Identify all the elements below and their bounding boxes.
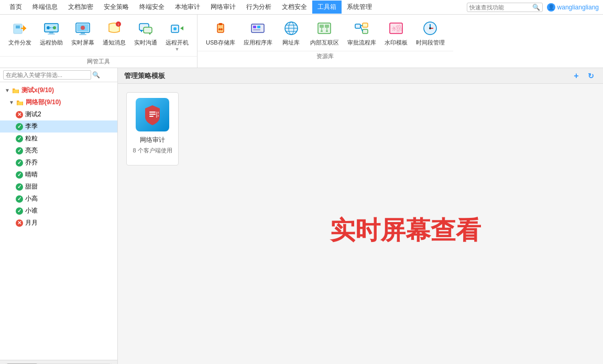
tree-node-root[interactable]: ▼ 测试x(9/10) (0, 84, 117, 96)
menu-item-system[interactable]: 系统管理 (342, 1, 377, 14)
sidebar-search: 🔍 (0, 68, 117, 82)
menu-item-doc-encrypt[interactable]: 文档加密 (63, 1, 98, 14)
toolbar-section-resources-label: 资源库 (198, 51, 453, 62)
notify-msg-icon: ! (105, 19, 124, 38)
status-dot: ✕ (16, 111, 23, 118)
tool-intranet-zone[interactable]: 内部互联区 (306, 17, 343, 49)
status-dot: ✓ (16, 183, 23, 191)
tree-node-qiaoqiao[interactable]: ✓乔乔 (0, 157, 117, 169)
menu-item-behavior[interactable]: 行为分析 (241, 1, 277, 14)
approval-flow-label: 审批流程库 (347, 39, 376, 47)
svg-rect-65 (158, 115, 159, 117)
tool-remote-help[interactable]: 远程协助 (36, 17, 67, 54)
policy-card-icon (136, 98, 169, 131)
tool-remote-boot[interactable]: 远程开机 ▼ (161, 17, 193, 54)
remote-boot-arrow: ▼ (175, 47, 180, 52)
svg-rect-26 (217, 24, 224, 32)
policy-card-name: 网络审计 (140, 136, 165, 145)
tree-node-jingbing[interactable]: ✓晴晴 (0, 169, 117, 181)
folder-icon (16, 98, 24, 107)
usb-storage-icon (211, 19, 230, 38)
refresh-button[interactable]: ↻ (585, 70, 597, 82)
menu-item-terminal-info[interactable]: 终端信息 (27, 1, 63, 14)
svg-rect-59 (17, 102, 23, 105)
tree-node-net-dept[interactable]: ▼ 网络部(9/10) (0, 96, 117, 108)
svg-rect-11 (48, 34, 55, 35)
tool-app-repo[interactable]: 应用程序库 (239, 17, 277, 49)
menu-item-security-policy[interactable]: 安全策略 (98, 1, 134, 14)
big-text-overlay: 实时屏幕查看 (330, 214, 481, 247)
tool-website-repo[interactable]: 网址库 (277, 17, 306, 49)
tree-node-xiaosheng[interactable]: ✓小谁 (0, 205, 117, 217)
tree-node-label: 网络部(9/10) (26, 98, 61, 107)
svg-rect-64 (158, 112, 159, 114)
tree-toggle[interactable]: ▼ (4, 87, 10, 94)
menu-item-doc-security[interactable]: 文档安全 (277, 1, 312, 14)
status-dot: ✓ (16, 123, 23, 130)
svg-rect-58 (13, 90, 18, 93)
content-body: 网络审计 8 个客户端使用 实时屏幕查看 (118, 84, 603, 364)
tool-realtime-screen[interactable]: 实时屏幕 (67, 17, 98, 54)
svg-rect-31 (253, 26, 256, 28)
sidebar-search-button[interactable]: 🔍 (92, 71, 100, 79)
sidebar-search-input[interactable] (3, 70, 91, 80)
tree-node-label: 甜甜 (25, 182, 38, 191)
svg-text:!: ! (118, 23, 119, 26)
user-info[interactable]: 👤 wangliangliang (547, 3, 599, 12)
status-dot: ✓ (16, 207, 23, 215)
tool-watermark[interactable]: 水印 水印 水印模板 (380, 17, 412, 49)
svg-rect-0 (14, 24, 22, 34)
policy-card-net-audit[interactable]: 网络审计 8 个客户端使用 (126, 92, 179, 166)
tree-node-label: 晴晴 (25, 170, 38, 179)
tool-usb-storage[interactable]: USB存储库 (202, 17, 239, 49)
tree-node-label: 小高 (25, 194, 38, 203)
add-policy-button[interactable]: + (571, 70, 582, 82)
tool-realtime-chat[interactable]: 实时沟通 (130, 17, 161, 54)
menu-item-network-audit[interactable]: 网络审计 (205, 1, 241, 14)
svg-point-28 (218, 28, 221, 30)
svg-rect-16 (79, 34, 86, 35)
sidebar-bottom-bar: ◀ ▶ (0, 360, 117, 364)
folder-icon (12, 86, 20, 95)
top-menubar: 首页 终端信息 文档加密 安全策略 终端安全 本地审计 网络审计 行为分析 文档… (0, 0, 603, 15)
time-period-icon (421, 19, 440, 38)
tool-file-dist[interactable]: 文件分发 (4, 17, 36, 54)
svg-point-25 (173, 27, 177, 30)
menu-item-home[interactable]: 首页 (4, 1, 27, 14)
toolbar-items-nettools: 文件分发 远程协助 (0, 15, 197, 56)
svg-rect-27 (219, 23, 222, 25)
status-dot: ✕ (16, 219, 23, 227)
tree-node-yueyue[interactable]: ✕月月 (0, 217, 117, 229)
watermark-label: 水印模板 (385, 39, 408, 47)
content-header: 管理策略模板 + ↻ (118, 68, 603, 84)
tree-node-liangliang[interactable]: ✓亮亮 (0, 145, 117, 157)
svg-rect-45 (326, 30, 328, 32)
status-dot: ✓ (16, 135, 23, 142)
search-input[interactable] (469, 4, 532, 10)
tree-node-tiantian[interactable]: ✓甜甜 (0, 181, 117, 193)
app-repo-label: 应用程序库 (244, 39, 272, 47)
sidebar: 🔍 ▼ 测试x(9/10)▼ 网络部(9/10)✕测试2✓李季✓粒粒✓亮亮✓乔乔… (0, 68, 118, 364)
svg-rect-61 (149, 114, 156, 115)
svg-marker-24 (180, 26, 183, 30)
menu-item-local-audit[interactable]: 本地审计 (170, 1, 205, 14)
tool-approval-flow[interactable]: 审批流程库 (343, 17, 380, 49)
menu-item-toolbox[interactable]: 工具箱 (312, 1, 342, 14)
tree-node-label: 月月 (25, 218, 38, 227)
status-dot: ✓ (16, 159, 23, 167)
remote-boot-label: 远程开机 (166, 39, 189, 47)
tree-node-xiaogao[interactable]: ✓小高 (0, 193, 117, 205)
tree-toggle[interactable]: ▼ (8, 100, 15, 106)
svg-rect-10 (49, 32, 53, 34)
tree-node-liji[interactable]: ✓李季 (0, 120, 117, 133)
tree-area: ▼ 测试x(9/10)▼ 网络部(9/10)✕测试2✓李季✓粒粒✓亮亮✓乔乔✓晴… (0, 82, 117, 360)
tree-node-test2[interactable]: ✕测试2 (0, 108, 117, 120)
tree-node-label: 测试2 (25, 110, 41, 119)
usb-storage-label: USB存储库 (206, 39, 235, 47)
tool-notify-msg[interactable]: ! 通知消息 (98, 17, 130, 54)
tool-time-period[interactable]: 时间段管理 (412, 17, 449, 49)
tree-node-label: 乔乔 (25, 158, 38, 167)
intranet-zone-icon (315, 19, 334, 38)
tree-node-liuli[interactable]: ✓粒粒 (0, 133, 117, 145)
menu-item-terminal-security[interactable]: 终端安全 (134, 1, 170, 14)
